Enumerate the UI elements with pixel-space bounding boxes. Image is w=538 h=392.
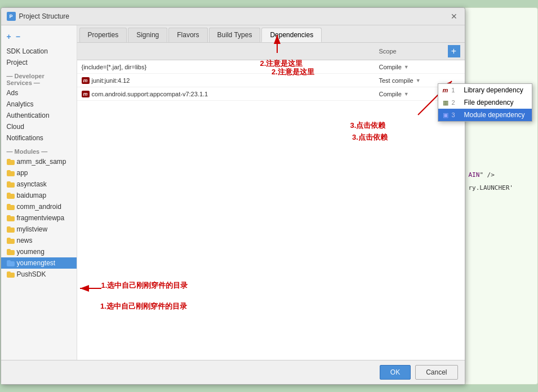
scope-dropdown-arrow: ▼	[416, 78, 421, 83]
add-module-button[interactable]: +	[6, 31, 12, 42]
folder-icon	[7, 238, 15, 244]
sidebar-item-label: fragmentviewpa	[17, 214, 65, 222]
sidebar-item-ads[interactable]: Ads	[1, 87, 77, 99]
sidebar-item-sdk-location[interactable]: SDK Location	[1, 46, 77, 57]
close-button[interactable]: ✕	[449, 11, 459, 21]
tab-build-types[interactable]: Build Types	[209, 28, 261, 42]
folder-icon	[7, 204, 15, 210]
sidebar-item-news[interactable]: news	[1, 235, 77, 246]
sidebar-item-app[interactable]: app	[1, 167, 77, 179]
folder-icon	[7, 215, 15, 221]
tab-flavors[interactable]: Flavors	[168, 28, 207, 42]
code-line: AIN" />	[469, 171, 534, 179]
folder-icon	[7, 181, 15, 188]
sidebar-toolbar: + −	[1, 30, 77, 46]
dep-scope: Compile	[379, 91, 402, 97]
code-spacer	[469, 179, 534, 184]
tab-signing[interactable]: Signing	[128, 28, 167, 42]
sidebar-item-label: baidumap	[17, 191, 47, 199]
dep-scope: Test compile	[379, 77, 413, 84]
dep-name: junit:junit:4.12	[92, 77, 130, 84]
folder-icon	[7, 260, 15, 266]
sidebar-item-label: SDK Location	[7, 47, 48, 55]
table-row[interactable]: m junit:junit:4.12 Test compile ▼	[77, 74, 465, 87]
sidebar-item-asynctask[interactable]: asynctask	[1, 179, 77, 190]
add-dependency-button[interactable]: +	[448, 45, 460, 57]
sidebar-item-authentication[interactable]: Authentication	[1, 110, 77, 121]
sidebar-item-label: PushSDK	[17, 270, 46, 278]
folder-icon	[7, 249, 15, 255]
dep-scope: Compile	[379, 64, 402, 70]
sidebar-item-amm-sdk[interactable]: amm_sdk_samp	[1, 156, 77, 167]
table-row[interactable]: {include=[*.jar], dir=libs} Compile ▼	[77, 60, 465, 74]
remove-module-button[interactable]: −	[15, 31, 21, 42]
ok-button[interactable]: OK	[380, 365, 411, 380]
folder-icon	[7, 159, 15, 165]
dep-type-num: 3	[452, 112, 461, 118]
dep-badge: m	[82, 77, 90, 84]
code-attr: AIN	[469, 171, 480, 179]
sidebar-item-mylistview[interactable]: mylistview	[1, 224, 77, 235]
dep-table-header: Scope +	[77, 43, 465, 60]
dep-table-body: {include=[*.jar], dir=libs} Compile ▼	[77, 60, 465, 360]
code-content: AIN" /> ry.LAUNCHER'	[469, 171, 534, 191]
project-structure-dialog: P Project Structure ✕ + − SDK Location P…	[1, 7, 465, 385]
main-content: + − SDK Location Project — Developer Ser…	[1, 25, 465, 360]
sidebar-item-baidumap[interactable]: baidumap	[1, 190, 77, 201]
folder-icon	[7, 226, 15, 233]
right-panel: Properties Signing Flavors Build Types D…	[77, 25, 465, 360]
dialog-title: Project Structure	[19, 12, 69, 20]
sidebar-item-fragmentviewpa[interactable]: fragmentviewpa	[1, 212, 77, 224]
dev-services-header: — Developer Services —	[1, 68, 77, 87]
dep-type-label: File dependency	[464, 99, 514, 106]
dep-type-m-icon: m	[443, 87, 448, 93]
scope-dropdown-arrow: ▼	[404, 64, 409, 70]
sidebar-item-label: Project	[7, 59, 28, 66]
dep-badge: m	[82, 91, 90, 97]
dep-type-dropdown: m 1 Library dependency ▦ 2 File dependen…	[438, 83, 532, 122]
cancel-button[interactable]: Cancel	[415, 365, 457, 380]
sidebar-item-label: comm_android	[17, 203, 61, 211]
dialog-icon: P	[7, 12, 16, 21]
sidebar-item-youmeng[interactable]: youmeng	[1, 246, 77, 257]
dep-type-module[interactable]: ▣ 3 Module dependency	[438, 109, 532, 121]
dialog-footer: OK Cancel	[1, 360, 465, 384]
sidebar-item-cloud[interactable]: Cloud	[1, 121, 77, 132]
tab-dependencies[interactable]: Dependencies	[261, 28, 322, 42]
sidebar-item-label: Ads	[7, 89, 19, 97]
dep-type-file-icon: ▦	[443, 99, 448, 106]
sidebar-item-label: Authentication	[7, 112, 50, 119]
sidebar-item-youmengtest[interactable]: youmengtest	[1, 257, 77, 269]
code-line: ry.LAUNCHER'	[469, 184, 534, 191]
scope-dropdown-arrow: ▼	[404, 91, 409, 97]
scope-column-header: Scope	[375, 47, 448, 56]
sidebar-item-label: news	[17, 237, 33, 244]
code-panel: AIN" /> ry.LAUNCHER'	[465, 7, 538, 385]
dep-scope-cell: Compile ▼	[375, 89, 448, 99]
folder-icon	[7, 271, 15, 278]
add-dep-action: +	[448, 45, 465, 57]
dep-name-cell: {include=[*.jar], dir=libs}	[77, 62, 375, 72]
dep-scope-cell: Test compile ▼	[375, 75, 448, 86]
dep-type-label: Library dependency	[464, 86, 523, 94]
dep-type-file[interactable]: ▦ 2 File dependency	[438, 96, 532, 109]
sidebar-item-label: Analytics	[7, 100, 34, 108]
title-bar: P Project Structure ✕	[1, 8, 465, 25]
modules-header: — Modules —	[1, 144, 77, 156]
dep-type-label: Module dependency	[464, 111, 525, 119]
dep-name: com.android.support:appcompat-v7:23.1.1	[92, 91, 208, 97]
sidebar-item-analytics[interactable]: Analytics	[1, 99, 77, 110]
sidebar-item-pushsdk[interactable]: PushSDK	[1, 269, 77, 280]
sidebar-item-label: asynctask	[17, 180, 47, 188]
sidebar-item-label: Notifications	[7, 134, 43, 142]
dependencies-panel: Scope + {include=[*.jar], dir=libs}	[77, 43, 465, 360]
sidebar-item-project[interactable]: Project	[1, 57, 77, 68]
dep-type-library[interactable]: m 1 Library dependency	[438, 84, 532, 96]
sidebar-item-comm-android[interactable]: comm_android	[1, 201, 77, 212]
sidebar-item-notifications[interactable]: Notifications	[1, 132, 77, 144]
sidebar-item-label: youmeng	[17, 248, 45, 256]
table-row[interactable]: m com.android.support:appcompat-v7:23.1.…	[77, 87, 465, 101]
folder-icon	[7, 170, 15, 176]
tab-properties[interactable]: Properties	[79, 28, 127, 42]
sidebar-item-label: mylistview	[17, 225, 48, 233]
